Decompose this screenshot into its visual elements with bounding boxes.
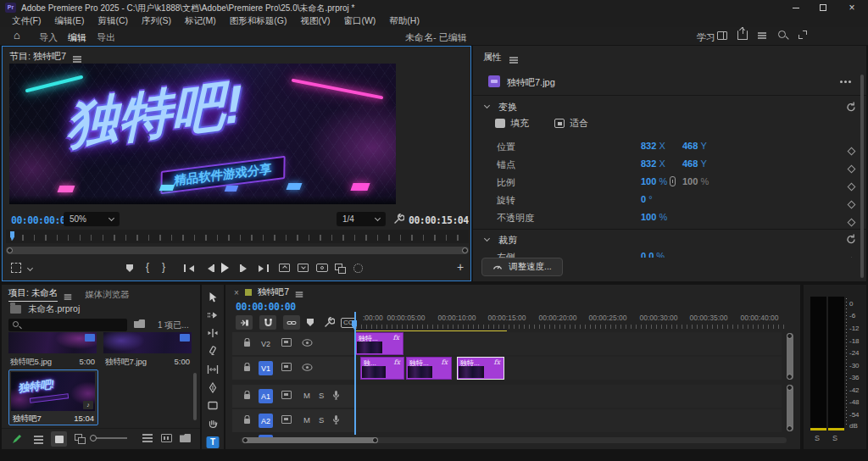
- timeline-tab-title[interactable]: 独特吧7: [258, 286, 289, 298]
- track-target-a2[interactable]: A2: [259, 414, 273, 428]
- snap-magnet-button[interactable]: [259, 315, 276, 330]
- tab-media-browser[interactable]: 媒体浏览器: [85, 289, 130, 301]
- zoom-level-dropdown[interactable]: 50%: [64, 212, 120, 226]
- project-search-input[interactable]: [8, 319, 127, 331]
- track-target-a1[interactable]: A1: [259, 389, 273, 403]
- meter-solo-left-button[interactable]: S: [815, 434, 820, 442]
- keyframe-toggle-icon[interactable]: [848, 147, 856, 156]
- panel-menu-icon[interactable]: [64, 294, 72, 296]
- video-tracks-scrollbar[interactable]: [787, 333, 793, 380]
- solo-button[interactable]: S: [319, 415, 324, 425]
- razor-tool[interactable]: [208, 346, 219, 356]
- meter-solo-right-button[interactable]: S: [832, 434, 837, 442]
- properties-title[interactable]: 属性: [483, 51, 502, 64]
- properties-scrollbar[interactable]: [860, 75, 864, 278]
- mark-out-button[interactable]: }: [162, 261, 165, 273]
- timeline-playhead[interactable]: [354, 312, 356, 435]
- lock-icon[interactable]: [243, 363, 251, 372]
- fullscreen-icon[interactable]: [798, 31, 807, 39]
- program-scrollbar[interactable]: [6, 247, 469, 254]
- section-expand-icon[interactable]: [484, 103, 490, 108]
- home-icon[interactable]: ⌂: [14, 29, 20, 42]
- track-a2-content[interactable]: [355, 409, 782, 432]
- solo-button[interactable]: S: [319, 391, 324, 400]
- track-select-forward-tool[interactable]: [208, 310, 219, 320]
- icon-view-button[interactable]: [51, 431, 67, 447]
- export-frame-camera-icon[interactable]: [316, 264, 328, 272]
- track-a1-content[interactable]: [355, 385, 782, 408]
- nest-sequence-button[interactable]: [236, 315, 253, 330]
- slip-tool[interactable]: [207, 364, 219, 375]
- timeline-clip-v1-3-selected[interactable]: 独特... fx: [457, 357, 504, 380]
- transform-section-header[interactable]: 变换: [473, 98, 866, 115]
- track-v1-content[interactable]: 独... fx 独特... fx 独特... fx: [355, 357, 782, 380]
- tab-project[interactable]: 项目: 未命名: [8, 287, 58, 302]
- scale-y-value[interactable]: 100 %: [682, 176, 709, 186]
- maximize-button[interactable]: [810, 0, 836, 15]
- monitor-settings-wrench-icon[interactable]: [393, 214, 404, 225]
- track-target-v2[interactable]: V2: [259, 336, 273, 351]
- program-monitor-title[interactable]: 节目: 独特吧7: [9, 50, 66, 63]
- linked-selection-button[interactable]: [283, 315, 300, 330]
- crop-left-value[interactable]: 0.0 %: [641, 251, 665, 258]
- anchor-x-value[interactable]: 832 X: [641, 158, 665, 169]
- automate-to-sequence-icon[interactable]: [161, 434, 172, 442]
- menu-item-markers[interactable]: 标记(M): [178, 15, 223, 27]
- reset-crop-icon[interactable]: [846, 234, 856, 244]
- voiceover-mic-icon[interactable]: [332, 414, 340, 425]
- track-v2-content[interactable]: 独特... fx: [355, 332, 782, 355]
- tab-export[interactable]: 导出: [97, 31, 115, 44]
- chevron-down-icon[interactable]: [27, 265, 33, 271]
- audio-tracks-scrollbar[interactable]: [787, 385, 793, 431]
- menu-item-clip[interactable]: 剪辑(C): [91, 15, 135, 27]
- clip-more-options-icon[interactable]: [840, 81, 843, 83]
- section-expand-icon[interactable]: [484, 236, 490, 242]
- timeline-current-timecode[interactable]: 00:00:00:00: [236, 301, 296, 313]
- sync-lock-icon[interactable]: [281, 391, 292, 399]
- quick-search-icon[interactable]: [778, 31, 786, 38]
- extract-button[interactable]: [298, 264, 309, 272]
- mute-button[interactable]: M: [303, 415, 310, 425]
- freeform-view-button[interactable]: [75, 434, 82, 441]
- go-to-out-button[interactable]: [259, 264, 269, 272]
- timeline-h-scrollbar[interactable]: [241, 437, 787, 443]
- tab-import[interactable]: 导入: [39, 31, 58, 44]
- timeline-settings-wrench-icon[interactable]: [324, 317, 335, 328]
- project-file-row[interactable]: 未命名.prproj: [10, 303, 80, 315]
- program-time-ruler[interactable]: [6, 230, 469, 243]
- position-y-value[interactable]: 468 Y: [682, 141, 707, 151]
- pen-tool[interactable]: [208, 382, 218, 393]
- keyframe-toggle-icon[interactable]: [848, 201, 856, 209]
- rectangle-tool[interactable]: [208, 401, 219, 410]
- playback-resolution-dropdown[interactable]: 1/4: [337, 212, 386, 226]
- lift-button[interactable]: [279, 264, 290, 272]
- list-view-button[interactable]: [34, 436, 43, 437]
- track-visibility-eye-icon[interactable]: [302, 339, 313, 347]
- reset-transform-icon[interactable]: [846, 102, 856, 112]
- type-tool[interactable]: T: [207, 436, 220, 448]
- keyframe-toggle-icon[interactable]: [848, 219, 856, 227]
- voiceover-mic-icon[interactable]: [332, 390, 340, 401]
- new-bin-folder-icon[interactable]: [180, 434, 191, 442]
- timeline-clip-v2[interactable]: 独特... fx: [355, 332, 403, 355]
- sync-lock-icon[interactable]: [281, 415, 292, 424]
- keyframe-toggle-icon[interactable]: [848, 165, 856, 174]
- go-to-in-button[interactable]: [184, 264, 194, 272]
- program-current-timecode[interactable]: 00:00:00:00: [11, 214, 71, 226]
- selection-tool[interactable]: [208, 292, 219, 303]
- menu-item-file[interactable]: 文件(F): [5, 15, 47, 27]
- timeline-clip-v1-1[interactable]: 独... fx: [360, 357, 404, 380]
- add-marker-button[interactable]: [126, 264, 133, 272]
- button-editor-plus-button[interactable]: +: [457, 260, 464, 274]
- timeline-clip-v1-2[interactable]: 独特... fx: [406, 357, 452, 380]
- project-scrollbar[interactable]: [193, 373, 197, 420]
- sort-icon[interactable]: [142, 434, 153, 436]
- menu-item-window[interactable]: 窗口(W): [337, 15, 382, 27]
- track-visibility-eye-icon[interactable]: [302, 364, 313, 371]
- settings-button[interactable]: [353, 264, 363, 273]
- lock-icon[interactable]: [243, 415, 251, 425]
- timeline-add-marker-button[interactable]: [307, 319, 314, 326]
- project-item[interactable]: 独特吧7.jpg 5:00: [103, 332, 192, 366]
- project-item[interactable]: 独特吧5.jpg 5:00: [8, 332, 97, 366]
- search-bin-icon[interactable]: [134, 319, 145, 328]
